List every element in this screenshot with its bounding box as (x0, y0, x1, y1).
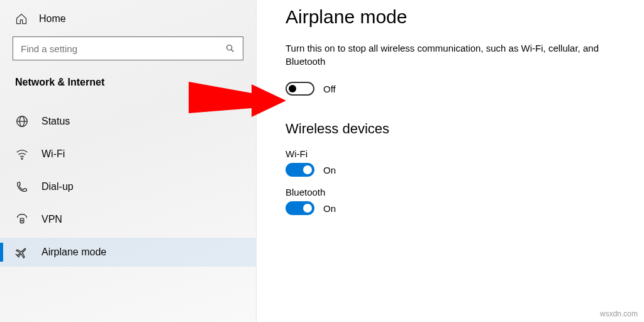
airplane-icon (15, 245, 29, 259)
sidebar-item-label: Wi-Fi (42, 148, 65, 160)
bluetooth-toggle-row: On (286, 201, 644, 215)
sidebar-item-status[interactable]: Status (0, 107, 256, 136)
wireless-devices-heading: Wireless devices (286, 121, 644, 137)
bluetooth-label: Bluetooth (286, 187, 644, 197)
home-icon (15, 13, 28, 25)
home-nav[interactable]: Home (0, 9, 256, 34)
svg-point-5 (21, 158, 23, 159)
main-content: Airplane mode Turn this on to stop all w… (257, 0, 644, 322)
vpn-icon (15, 213, 29, 226)
sidebar-item-vpn[interactable]: VPN (0, 205, 256, 234)
globe-icon (15, 114, 29, 128)
svg-point-7 (21, 220, 23, 221)
wifi-toggle-state: On (323, 165, 336, 175)
page-description: Turn this on to stop all wireless commun… (286, 42, 638, 68)
wifi-toggle[interactable] (286, 163, 314, 177)
airplane-toggle-row: Off (286, 82, 644, 96)
page-title: Airplane mode (286, 6, 644, 28)
airplane-toggle[interactable] (286, 82, 314, 96)
svg-line-1 (231, 50, 234, 52)
phone-icon (15, 180, 29, 194)
watermark: wsxdn.com (600, 309, 638, 318)
sidebar-item-label: Status (42, 116, 70, 127)
sidebar-item-label: Airplane mode (42, 247, 106, 258)
home-label: Home (39, 13, 66, 25)
sidebar-item-label: Dial-up (42, 181, 74, 192)
airplane-toggle-state: Off (323, 84, 336, 94)
search-icon (225, 43, 235, 53)
sidebar-item-wifi[interactable]: Wi-Fi (0, 140, 256, 169)
wifi-label: Wi-Fi (286, 148, 644, 159)
wifi-toggle-row: On (286, 163, 644, 177)
bluetooth-toggle[interactable] (286, 201, 314, 215)
bluetooth-toggle-state: On (323, 203, 336, 214)
sidebar-item-airplane[interactable]: Airplane mode (0, 238, 256, 267)
category-header: Network & Internet (0, 72, 256, 103)
svg-point-0 (227, 45, 232, 50)
search-input[interactable] (21, 43, 225, 54)
search-input-container[interactable] (13, 36, 243, 60)
sidebar-item-dialup[interactable]: Dial-up (0, 172, 256, 201)
sidebar-item-label: VPN (42, 214, 62, 225)
sidebar: Home Network & Internet Status Wi-Fi Dia… (0, 0, 257, 322)
wifi-icon (15, 147, 29, 161)
